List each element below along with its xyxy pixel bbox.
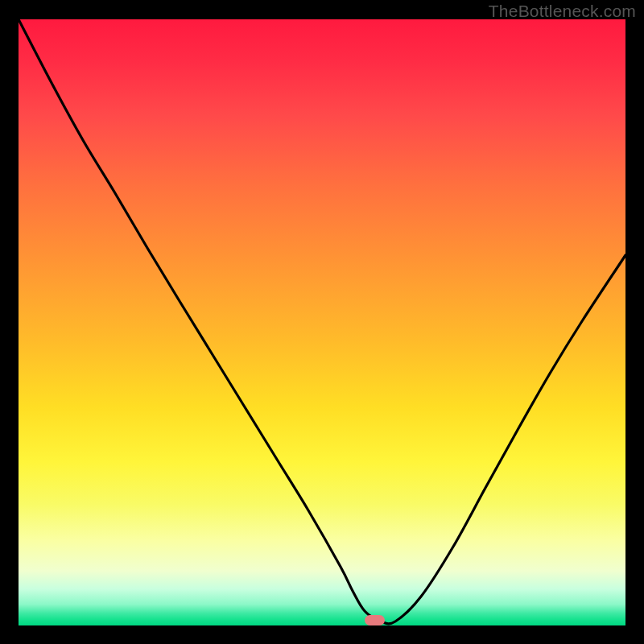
optimal-marker xyxy=(365,615,385,625)
chart-frame: TheBottleneck.com xyxy=(0,0,644,644)
bottleneck-curve xyxy=(19,19,625,625)
watermark-text: TheBottleneck.com xyxy=(489,2,636,21)
